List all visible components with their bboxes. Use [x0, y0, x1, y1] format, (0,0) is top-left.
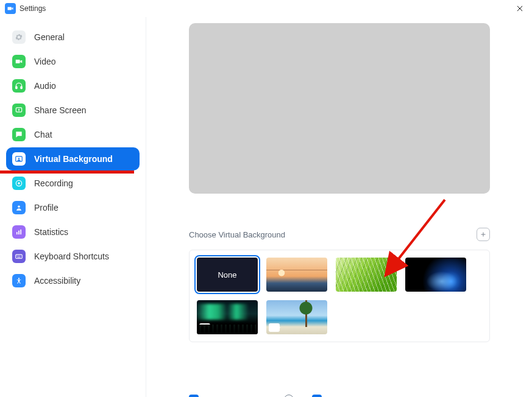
section-header: Choose Virtual Background — [189, 228, 490, 241]
main-pane: Choose Virtual Background None I have a … — [146, 17, 532, 397]
sidebar-item-audio[interactable]: Audio — [6, 74, 140, 97]
sidebar-item-label: General — [34, 32, 65, 42]
sidebar-item-label: Video — [34, 57, 56, 66]
keyboard-icon — [12, 250, 26, 263]
sidebar-item-chat[interactable]: Chat — [6, 123, 140, 146]
sidebar-item-statistics[interactable]: Statistics — [6, 220, 140, 244]
svg-point-14 — [20, 256, 20, 256]
background-tile-bridge[interactable] — [266, 258, 327, 292]
svg-point-4 — [18, 158, 20, 159]
svg-rect-8 — [16, 232, 18, 234]
mirror-video-checkbox[interactable]: Mirror my video — [312, 395, 381, 397]
background-tile-none[interactable]: None — [197, 258, 258, 292]
add-background-button[interactable] — [477, 228, 490, 241]
svg-rect-9 — [18, 231, 20, 234]
titlebar: Settings — [0, 0, 532, 17]
sidebar-item-label: Keyboard Shortcuts — [34, 251, 109, 261]
background-none-label: None — [218, 270, 236, 279]
statistics-icon — [12, 225, 26, 239]
svg-point-13 — [18, 256, 19, 256]
sidebar-item-label: Statistics — [34, 227, 68, 237]
recording-icon — [12, 177, 26, 190]
green-screen-checkbox[interactable]: I have a green screen ? — [189, 395, 294, 397]
sidebar-item-recording[interactable]: Recording — [6, 172, 140, 195]
sidebar-item-label: Virtual Background — [34, 154, 113, 164]
svg-rect-0 — [16, 86, 17, 89]
sidebar-item-label: Accessibility — [34, 276, 80, 286]
background-tile-aurora[interactable] — [197, 300, 258, 334]
window-title: Settings — [20, 4, 46, 13]
annotation-underline — [0, 170, 134, 174]
svg-rect-1 — [21, 86, 22, 89]
sidebar-item-label: Share Screen — [34, 105, 87, 115]
sidebar: General Video Audio Share Screen Chat Vi… — [0, 17, 146, 397]
video-badge-icon — [269, 323, 280, 332]
svg-point-6 — [18, 182, 20, 184]
svg-point-12 — [17, 256, 18, 256]
accessibility-icon — [12, 274, 26, 287]
sidebar-item-general[interactable]: General — [6, 26, 140, 49]
sidebar-item-label: Audio — [34, 81, 56, 91]
gear-icon — [12, 30, 26, 44]
background-grid: None — [189, 250, 490, 342]
titlebar-left: Settings — [5, 3, 46, 14]
svg-rect-15 — [17, 257, 21, 258]
chat-icon — [12, 128, 26, 141]
headphones-icon — [12, 79, 26, 93]
video-preview — [189, 23, 490, 194]
svg-point-16 — [18, 278, 20, 279]
background-tile-earth[interactable] — [405, 258, 466, 292]
close-button[interactable] — [512, 1, 527, 16]
virtual-background-icon — [12, 152, 26, 166]
help-icon[interactable]: ? — [284, 395, 294, 397]
svg-rect-10 — [20, 230, 21, 234]
share-screen-icon — [12, 104, 26, 117]
camera-icon — [12, 55, 26, 68]
sidebar-item-profile[interactable]: Profile — [6, 196, 140, 219]
sidebar-item-label: Profile — [34, 203, 59, 213]
checkbox-checked-icon — [189, 395, 199, 397]
checkbox-checked-icon — [312, 395, 322, 397]
mirror-video-label: Mirror my video — [327, 395, 381, 398]
background-tile-grass[interactable] — [336, 258, 397, 292]
background-tile-beach[interactable] — [266, 300, 327, 334]
sidebar-item-virtual-background[interactable]: Virtual Background — [6, 147, 140, 170]
sidebar-item-share-screen[interactable]: Share Screen — [6, 99, 140, 122]
sidebar-item-label: Chat — [34, 130, 52, 139]
sidebar-item-accessibility[interactable]: Accessibility — [6, 269, 140, 292]
section-label: Choose Virtual Background — [189, 230, 285, 239]
profile-icon — [12, 201, 26, 214]
video-badge-icon — [199, 323, 210, 332]
sidebar-item-label: Recording — [34, 178, 73, 188]
app-icon — [5, 3, 16, 14]
sidebar-item-video[interactable]: Video — [6, 50, 140, 73]
svg-point-7 — [18, 206, 20, 208]
options-row: I have a green screen ? Mirror my video — [189, 395, 508, 397]
svg-rect-11 — [16, 255, 23, 258]
sidebar-item-keyboard-shortcuts[interactable]: Keyboard Shortcuts — [6, 245, 140, 268]
green-screen-label: I have a green screen — [204, 395, 280, 398]
